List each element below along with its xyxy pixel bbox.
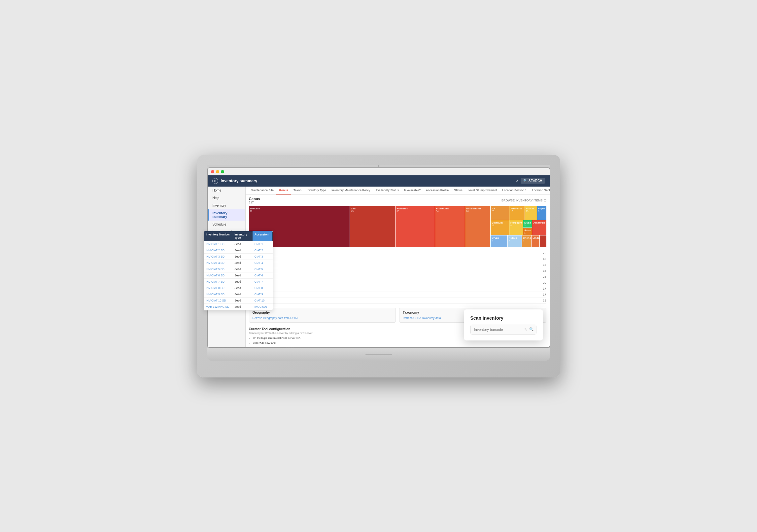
treemap-cell-amaryllis[interactable]: Amaryllis bbox=[532, 220, 546, 235]
treemap-cell-small1[interactable] bbox=[540, 235, 546, 247]
inv-num: INV-CIAT 7 SD bbox=[204, 279, 233, 285]
inv-type: Seed bbox=[232, 266, 253, 272]
inv-acc: CIAT 2 bbox=[253, 247, 273, 253]
tab-level-of-improvement[interactable]: Level Of Improvement bbox=[465, 187, 500, 195]
browse-inventory-button[interactable]: BROWSE INVENTORY ITEMS ⬡ bbox=[501, 199, 546, 202]
treemap-cell-hordeum[interactable]: Hordeum 35 bbox=[396, 206, 434, 247]
treemap-cell-oryza[interactable]: Oryza 5 bbox=[491, 235, 507, 247]
table-row[interactable]: INV-CIAT 1 SD Seed CIAT 1 bbox=[204, 241, 273, 247]
scan-input-icons: ⤡ 🔍 bbox=[524, 327, 534, 332]
inv-type: Seed bbox=[232, 298, 253, 303]
treemap-cell-abarema[interactable]: Abarema 17 bbox=[509, 206, 525, 220]
minimize-window-button[interactable] bbox=[216, 170, 219, 173]
data-row[interactable]: Amaranthus 26 bbox=[249, 274, 546, 280]
inv-num: INV-CIAT 8 SD bbox=[204, 285, 233, 291]
treemap-cell-zea[interactable]: Zea 43 bbox=[350, 206, 395, 247]
treemap-cell-rubus[interactable]: Rubus 4 bbox=[508, 235, 522, 247]
data-row[interactable]: Solanum 17 bbox=[249, 292, 546, 298]
data-row[interactable]: Zea 43 bbox=[249, 256, 546, 262]
inv-num: INV-CIAT 3 SD bbox=[204, 254, 233, 260]
genus-info: Genus 317 bbox=[249, 197, 260, 204]
tab-accession-profile[interactable]: Accession Profile bbox=[423, 187, 451, 195]
table-row[interactable]: INV-CIAT 6 SD Seed CIAT 6 bbox=[204, 272, 273, 279]
expand-icon[interactable]: ⤡ bbox=[524, 327, 527, 332]
tab-is-available[interactable]: Is Available? bbox=[401, 187, 423, 195]
data-row[interactable]: Acacia 15 bbox=[249, 298, 546, 304]
inv-type: Seed bbox=[232, 260, 253, 266]
barcode-search-icon[interactable]: 🔍 bbox=[529, 327, 534, 332]
sidebar-item-inventory-summary[interactable]: Inventory summary bbox=[208, 209, 245, 221]
tab-location-section2[interactable]: Location Section 2 bbox=[529, 187, 549, 195]
inv-acc: CIAT 1 bbox=[253, 241, 273, 247]
search-icon: 🔍 bbox=[523, 179, 527, 183]
table-row[interactable]: INV-CIAT 3 SD Seed CIAT 3 bbox=[204, 254, 273, 260]
inv-num: INV-CIAT 9 SD bbox=[204, 291, 233, 297]
table-row[interactable]: MAR 112 RRG SD Seed IRGC 500 bbox=[204, 304, 273, 310]
data-row[interactable]: Triticum 78 bbox=[249, 250, 546, 256]
summary-header: Genus 317 BROWSE INVENTORY ITEMS ⬡ bbox=[246, 195, 550, 206]
treemap-cell-amaranthus[interactable]: Amaranthus 26 bbox=[465, 206, 490, 247]
tab-genus[interactable]: Genus bbox=[276, 187, 291, 195]
inv-acc: CIAT 8 bbox=[253, 285, 273, 291]
table-row[interactable]: INV-CIAT 5 SD Seed CIAT 5 bbox=[204, 266, 273, 272]
table-row[interactable]: INV-CIAT 9 SD Seed CIAT 9 bbox=[204, 291, 273, 298]
refresh-icon[interactable]: ↺ bbox=[515, 179, 518, 183]
treemap-cell-linda[interactable]: Linda bbox=[532, 235, 539, 247]
data-row[interactable]: Aa 20 bbox=[249, 280, 546, 286]
inv-type: Seed bbox=[232, 285, 253, 291]
treemap: Triticum 78 Zea 43 Hordeum 35 bbox=[249, 206, 546, 247]
tab-taxon[interactable]: Taxon bbox=[291, 187, 304, 195]
inv-num: INV-CIAT 1 SD bbox=[204, 241, 233, 247]
table-row[interactable]: INV-CIAT 7 SD Seed CIAT 7 bbox=[204, 279, 273, 285]
treemap-cell-asler[interactable]: Asler 1 bbox=[523, 228, 532, 235]
sidebar-item-schedule[interactable]: Schedule bbox=[208, 221, 245, 228]
inv-acc: CIAT 5 bbox=[253, 266, 273, 272]
col-inventory-number: Inventory Number bbox=[204, 231, 233, 241]
col-accession: Accession bbox=[253, 231, 273, 241]
treemap-cell-hordeum-small[interactable]: Hordeum 8 bbox=[509, 220, 523, 235]
sidebar-item-home[interactable]: Home bbox=[208, 187, 245, 194]
table-row[interactable]: INV-CIAT 10 SD Seed CIAT 10 bbox=[204, 298, 273, 304]
treemap-cell-phaseolus[interactable]: Phaseolus 34 bbox=[435, 206, 465, 247]
sidebar-item-inventory[interactable]: Inventory bbox=[208, 202, 245, 209]
tab-status[interactable]: Status bbox=[451, 187, 465, 195]
tab-maintenance-site[interactable]: Maintenance Site bbox=[248, 187, 277, 195]
table-row[interactable]: INV-CIAT 4 SD Seed CIAT 4 bbox=[204, 260, 273, 266]
treemap-cell-musa[interactable]: Musa 3 bbox=[523, 220, 532, 228]
tab-inventory-maintenance-policy[interactable]: Inventory Maintenance Policy bbox=[329, 187, 373, 195]
treemap-cell-vigna[interactable]: Vigna 8 bbox=[537, 206, 546, 220]
scan-title: Scan inventory bbox=[470, 315, 536, 321]
treemap-cell-solanum[interactable]: Solanum 17 bbox=[491, 220, 509, 235]
inv-type: Seed bbox=[232, 247, 253, 253]
tab-availability-status[interactable]: Availability Status bbox=[373, 187, 401, 195]
window-controls-bar bbox=[208, 168, 550, 175]
table-row[interactable]: INV-CIAT 8 SD Seed CIAT 8 bbox=[204, 285, 273, 291]
maximize-window-button[interactable] bbox=[221, 170, 224, 173]
data-row[interactable]: Abarema 17 bbox=[249, 286, 546, 292]
search-button[interactable]: 🔍 SEARCH bbox=[521, 178, 545, 184]
inv-type: Seed bbox=[232, 304, 253, 310]
inv-num: MAR 112 RRG SD bbox=[204, 304, 233, 310]
treemap-cell-aa[interactable]: Aa 20 bbox=[491, 206, 509, 220]
data-row[interactable]: Phaseolus 34 bbox=[249, 268, 546, 274]
inventory-overlay-table: Inventory Number Inventory Type Accessio… bbox=[204, 231, 273, 310]
tabs-bar: Maintenance Site Genus Taxon Inventory T… bbox=[246, 187, 550, 195]
data-row[interactable]: Hordeum 35 bbox=[249, 262, 546, 268]
tab-inventory-type[interactable]: Inventory Type bbox=[304, 187, 329, 195]
geography-refresh-link[interactable]: Refresh Geography data from USDA bbox=[253, 316, 298, 320]
close-window-button[interactable] bbox=[211, 170, 214, 173]
webcam-dot bbox=[378, 165, 379, 167]
treemap-cell-acacia[interactable]: Acacia 23 bbox=[525, 206, 537, 220]
inv-type: Seed bbox=[232, 241, 253, 247]
treemap-cell-chenopod[interactable]: Chenopod 2 bbox=[522, 235, 531, 247]
inv-type: Seed bbox=[232, 272, 253, 278]
sidebar-item-help[interactable]: Help bbox=[208, 194, 245, 202]
scan-inventory-panel: Scan inventory ⤡ 🔍 bbox=[464, 309, 543, 340]
search-label: SEARCH bbox=[529, 179, 542, 183]
table-row[interactable]: INV-CIAT 2 SD Seed CIAT 2 bbox=[204, 247, 273, 254]
taxonomy-refresh-link[interactable]: Refresh USDA Taxonomy-data bbox=[403, 316, 441, 320]
inv-acc: CIAT 3 bbox=[253, 254, 273, 260]
tab-location-section1[interactable]: Location Section 1 bbox=[499, 187, 529, 195]
genus-count: 317 bbox=[249, 201, 260, 204]
inv-num: INV-CIAT 2 SD bbox=[204, 247, 233, 253]
